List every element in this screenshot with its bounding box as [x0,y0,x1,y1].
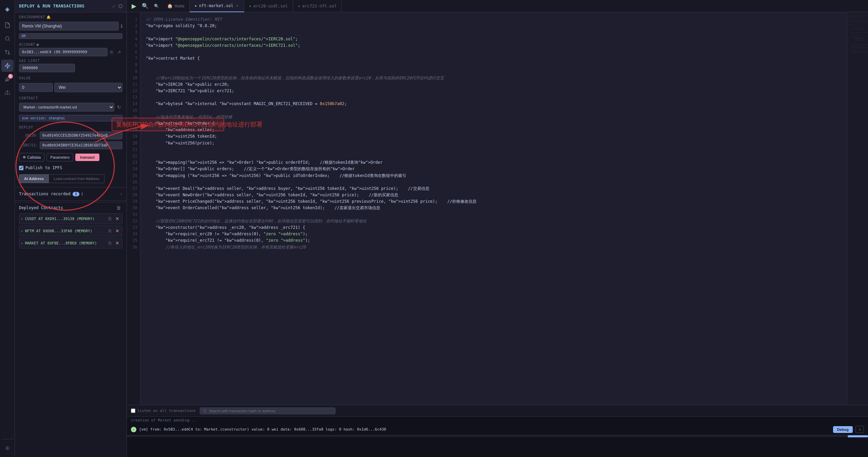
account-input[interactable] [19,48,108,56]
terminal-creation-line: creation of Market pending... [127,417,868,424]
publish-row: Publish to IPFS [15,164,127,173]
transact-btn[interactable]: transact [75,154,99,161]
sidebar-icon-logo: ◈ [1,3,14,15]
top-bar: ▶ 🔍 🔍 🏠 Home ✦ nft-market.sol ✕ ✦ erc20-… [127,0,868,12]
sidebar: ◈ 0 [0,0,15,457]
tab-nft-market[interactable]: ✦ nft-market.sol ✕ [190,0,244,12]
contract-1-name: NFTM AT 0XD8B...33FA8 (MEMORY) [25,229,93,233]
transactions-row[interactable]: Transactions recorded 3 ℹ › [15,189,127,199]
minimap: // SPDX-License-Identifier: MIT pragma s… [848,12,868,405]
external-account-btn[interactable]: ↗ [116,49,122,56]
panel-header-icons: ✓ ⬡ [113,3,122,9]
listen-checkbox[interactable] [131,409,135,413]
environment-info-btn[interactable]: ℹ [121,23,122,29]
refresh-contract-btn[interactable]: ↻ [116,104,122,111]
tx-count-badge: 3 [73,192,79,196]
gas-limit-input[interactable] [19,64,75,72]
contract-item-0[interactable]: › CUSDT AT 0XD91...39138 (MEMORY) ⎘ ✕ [19,213,122,224]
delete-contract-1-btn[interactable]: ✕ [114,227,121,234]
erc20-input[interactable] [40,132,122,139]
svg-line-10 [206,412,206,412]
account-label: ACCOUNT ● [19,42,122,47]
svg-point-0 [5,37,9,40]
sidebar-icon-plugin[interactable]: 0 [1,73,14,85]
sidebar-icon-deploy[interactable] [1,60,14,72]
copy-account-btn[interactable]: ⎘ [109,49,114,56]
bottom-bar: listen on all transactions [127,405,868,416]
terminal-expand-btn[interactable]: ∨ [855,426,864,433]
load-contract-btn[interactable]: Load contract from Address [49,174,104,183]
transactions-label: Transactions recorded 3 ℹ [19,192,83,196]
tx-info-icon: ℹ [81,192,83,196]
publish-ipfs-checkbox[interactable] [19,166,23,170]
erc721-tab-icon: ✦ [298,3,301,8]
deployed-title: Deployed Contracts [19,205,63,210]
sidebar-icon-settings[interactable] [1,442,14,454]
contract-select[interactable]: Market - contracts/nft-market.sol [19,103,114,112]
value-row: Wei [15,81,127,94]
tabs: 🏠 Home ✦ nft-market.sol ✕ ✦ erc20-usdt.s… [162,0,342,12]
svg-point-9 [204,409,206,412]
contract-1-chevron: › [21,229,23,233]
erc721-tab-label: erc721-nft.sol [302,4,336,8]
success-icon: ✓ [131,427,136,432]
search-box-icon [203,409,207,413]
erc20-tab-icon: ✦ [249,3,252,8]
tab-erc20[interactable]: ✦ erc20-usdt.sol [244,0,293,12]
tab-home[interactable]: 🏠 Home [162,0,190,12]
nft-tab-close[interactable]: ✕ [235,3,239,8]
search-input[interactable] [209,409,333,413]
home-tab-label: Home [175,4,185,8]
expand-icon[interactable]: ⬡ [118,3,123,9]
at-address-row: At Address Load contract from Address [15,173,127,186]
listen-label: listen on all transactions [137,409,196,413]
copy-contract-1-btn[interactable]: ⎘ [107,227,113,234]
calldata-btn[interactable]: ⊕ Calldata [19,153,44,161]
zoom-in-btn[interactable]: 🔍 [140,2,151,10]
zoom-out-btn[interactable]: 🔍 [152,3,161,9]
svg-marker-5 [5,63,10,68]
copy-contract-2-btn[interactable]: ⎘ [107,240,113,246]
tab-erc721[interactable]: ✦ erc721-nft.sol [293,0,342,12]
deploy-label: DEPLOY [15,123,127,131]
delete-contract-0-btn[interactable]: ✕ [114,215,121,222]
search-box [200,408,335,414]
account-info-icon: ● [37,42,39,47]
debug-btn[interactable]: Debug [833,426,853,433]
erc20-label: _ERC20: [19,134,38,137]
code-content[interactable]: // SPDX-License-Identifier: MIT"kw">prag… [140,12,848,405]
home-tab-icon: 🏠 [167,3,173,8]
contract-item-1[interactable]: › NFTM AT 0XD8B...33FA8 (MEMORY) ⎘ ✕ [19,225,122,236]
clear-contracts-btn[interactable]: 🗑 [115,204,122,211]
panel-header: DEPLOY & RUN TRANSACTIONS ✓ ⬡ [15,0,127,13]
deployed-contracts-section: Deployed Contracts 🗑 › CUSDT AT 0XD91...… [15,202,127,251]
parameters-btn[interactable]: Parameters [46,153,73,161]
terminal-area: creation of Market pending... ✓ [vm] fro… [127,416,868,457]
environment-label: ENVIRONMENT 🔔 [15,13,127,20]
sidebar-icon-search[interactable] [1,33,14,45]
value-input[interactable] [19,83,53,92]
sidebar-icon-files[interactable] [1,19,14,31]
action-buttons: ⊕ Calldata Parameters transact [15,150,127,164]
contract-0-chevron: › [21,217,23,221]
sidebar-icon-debug[interactable] [1,87,14,99]
value-label-section: VALUE [15,74,127,81]
contract-item-2[interactable]: › MARKET AT 0XF8E...9FBE8 (MEMORY) ⎘ ✕ [19,238,122,249]
run-btn[interactable]: ▶ [130,2,138,11]
environment-row: Remix VM (Shanghai) ℹ [15,20,127,33]
erc721-input[interactable] [40,141,122,149]
erc721-label: _ERC721: [19,143,38,147]
gas-limit-field: GAS LIMIT [15,58,127,74]
delete-contract-2-btn[interactable]: ✕ [114,240,121,246]
calldata-icon: ⊕ [23,155,26,159]
transactions-chevron: › [120,192,122,196]
svg-point-8 [7,448,8,449]
at-address-btn[interactable]: At Address [19,174,49,183]
environment-select[interactable]: Remix VM (Shanghai) [19,22,119,31]
nft-tab-icon: ✦ [194,3,197,8]
copy-contract-0-btn[interactable]: ⎘ [107,215,113,222]
sidebar-icon-git[interactable] [1,46,14,58]
value-unit-select[interactable]: Wei [54,83,122,92]
contract-row: Market - contracts/nft-market.sol ↻ [15,101,127,114]
terminal-scrollbar [127,435,868,437]
